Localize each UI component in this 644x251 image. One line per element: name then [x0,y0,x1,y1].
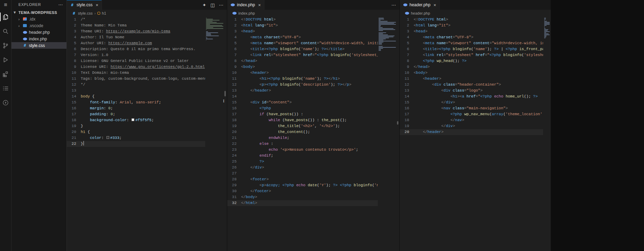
code-line[interactable]: 31</body> [227,194,378,200]
code-line[interactable]: 5 <meta name="viewport" content="width=d… [400,40,543,46]
editor-index-php[interactable]: 1<!DOCTYPE html>2<html lang="it">3<head>… [227,17,399,251]
code-line[interactable]: 9<body> [227,64,378,70]
code-line[interactable]: 9License URI: https://www.gnu.org/licens… [67,64,205,70]
code-line[interactable]: 2Theme Name: Mio Tema [67,23,205,29]
code-line[interactable]: 13 [67,88,205,94]
code-line[interactable]: 32</html> [227,200,378,206]
code-line[interactable]: 17 padding: 0; [67,111,205,117]
close-icon[interactable]: × [434,3,436,7]
code-line[interactable]: 7 <link rel="stylesheet" href="<?php blo… [227,52,378,58]
code-line[interactable]: 19 </div> [400,123,543,129]
code-line[interactable]: 4Author: Il Tuo Nome [67,34,205,40]
code-line[interactable]: 13 <div class="logo"> [400,88,543,94]
code-line[interactable]: 21 endwhile; [227,135,378,141]
code-line[interactable]: 16 <nav class="main-navigation"> [400,105,543,111]
tab-index-php[interactable]: index.php × [227,0,264,10]
code-line[interactable]: 19} [67,123,205,129]
code-line[interactable]: 24 endif; [227,153,378,159]
code-line[interactable]: 1<!DOCTYPE html> [227,17,378,23]
code-line[interactable]: 27 [227,171,378,177]
code-line[interactable]: 25 ?> [227,159,378,165]
code-line[interactable]: 17 <?php wp_nav_menu(array('theme_locati… [400,111,543,117]
code-line[interactable]: 26 </div> [227,165,378,171]
code-line[interactable]: 2<html lang="it"> [400,23,543,29]
code-line[interactable]: 8License: GNU General Public License v2 … [67,58,205,64]
code-line[interactable]: 16 margin: 0; [67,105,205,111]
file-row-index.php[interactable]: index.php [11,36,66,42]
flash-icon[interactable] [0,95,11,110]
folder-row-.idx[interactable]: ›.idx [11,16,66,22]
code-line[interactable]: 20h1 { [67,129,205,135]
code-line[interactable]: 12 <p><?php bloginfo('description'); ?><… [227,82,378,88]
code-line[interactable]: 6 <title><?php bloginfo('name'); ?></tit… [227,46,378,52]
code-line[interactable]: 11Tags: blog, custom-background, custom-… [67,76,205,82]
code-line[interactable]: 16 <?php [227,105,378,111]
code-line[interactable]: 10Text Domain: mio-tema [67,70,205,76]
code-line[interactable]: 1/* [67,17,205,23]
tab-header-php[interactable]: header.php × [400,0,440,10]
code-area[interactable]: 1<!DOCTYPE html>2<html lang="it">3<head>… [400,17,543,251]
code-line[interactable]: 14body { [67,94,205,100]
output-list-icon[interactable] [0,81,11,95]
scrollbar-thumb[interactable] [397,121,398,125]
code-area[interactable]: 1<!DOCTYPE html>2<html lang="it">3<head>… [227,17,378,251]
code-line[interactable]: 5Author URI: https://example.com [67,40,205,46]
code-line[interactable]: 4 <meta charset="UTF-8"> [227,34,378,40]
breadcrumb-1[interactable]: # style.css › h1 [67,10,227,17]
code-line[interactable]: 12 <div class="header-container"> [400,82,543,88]
menu-icon[interactable]: ≡ [0,0,11,10]
code-line[interactable]: 8</head> [227,58,378,64]
more-actions-icon[interactable]: ⋯ [58,2,63,7]
extensions-icon[interactable] [0,67,11,81]
file-row-style.css[interactable]: #style.css [11,42,66,49]
code-area[interactable]: 1/*2Theme Name: Mio Tema3Theme URI: http… [67,17,205,251]
code-line[interactable]: 4 <meta charset="UTF-8"> [400,34,543,40]
breadcrumb-file[interactable]: style.css [78,11,93,15]
code-line[interactable]: 19 the_title('<h2>', '</h2>'); [227,123,378,129]
code-line[interactable]: 14 <h1><a href="<?php echo home_url(); ?… [400,94,543,100]
more-actions-icon[interactable]: ⋯ [219,2,223,8]
code-line[interactable]: 18 </nav> [400,117,543,123]
code-line[interactable]: 15 </div> [400,100,543,105]
code-line[interactable]: 11 <h1><?php bloginfo('name'); ?></h1> [227,76,378,82]
folder-row-.vscode[interactable]: ›.vscode [11,22,66,29]
tab-style-css[interactable]: # style.css × [67,0,102,10]
code-line[interactable]: 5 <meta name="viewport" content="width=d… [227,40,378,46]
code-line[interactable]: 10 <header> [227,70,378,76]
split-editor-icon[interactable]: ◫ [210,2,215,8]
folder-row-root[interactable]: ▾ TEMA-WORDPRESS [11,9,66,16]
close-icon[interactable]: × [96,3,98,7]
sparkle-icon[interactable]: ✦ [202,2,206,8]
breadcrumb-file[interactable]: index.php [238,11,255,15]
code-line[interactable]: 22 else : [227,141,378,147]
code-line[interactable]: 17 if (have_posts()) : [227,111,378,117]
code-line[interactable]: 11 <header> [400,76,543,82]
code-line[interactable]: 30 </footer> [227,188,378,194]
minimap[interactable] [206,17,223,41]
scrollbar-thumb[interactable] [224,91,226,96]
code-line[interactable]: 22} [67,141,205,147]
more-actions-icon[interactable]: ⋯ [391,2,396,8]
code-line[interactable]: 23 echo '<p>Nessun contenuto trovato</p>… [227,147,378,153]
code-line[interactable]: 20 the_content(); [227,129,378,135]
code-line[interactable]: 20 </header> [400,129,543,135]
breadcrumb-2[interactable]: index.php [227,10,399,17]
breadcrumb-3[interactable]: header.php [400,10,551,17]
code-line[interactable]: 18 background-color: #f5f5f5; [67,117,205,123]
code-line[interactable]: 18 while (have_posts()) : the_post(); [227,117,378,123]
code-line[interactable]: 21 color: #333; [67,135,205,141]
code-line[interactable]: 15 font-family: Arial, sans-serif; [67,100,205,105]
code-line[interactable]: 15 <div id="content"> [227,100,378,105]
close-icon[interactable]: × [258,3,261,7]
code-line[interactable]: 8 <?php wp_head(); ?> [400,58,543,64]
minimap[interactable] [544,17,550,39]
source-control-icon[interactable] [0,38,11,53]
code-line[interactable]: 3<head> [227,29,378,34]
code-line[interactable]: 28 <footer> [227,177,378,182]
code-line[interactable]: 10<body> [400,70,543,76]
search-icon[interactable] [0,24,11,38]
code-line[interactable]: 3<head> [400,29,543,34]
code-line[interactable]: 6 <title><?php bloginfo('name'); ?> | <?… [400,46,543,52]
code-line[interactable]: 12*/ [67,82,205,88]
editor-header-php[interactable]: 1<!DOCTYPE html>2<html lang="it">3<head>… [400,17,551,251]
